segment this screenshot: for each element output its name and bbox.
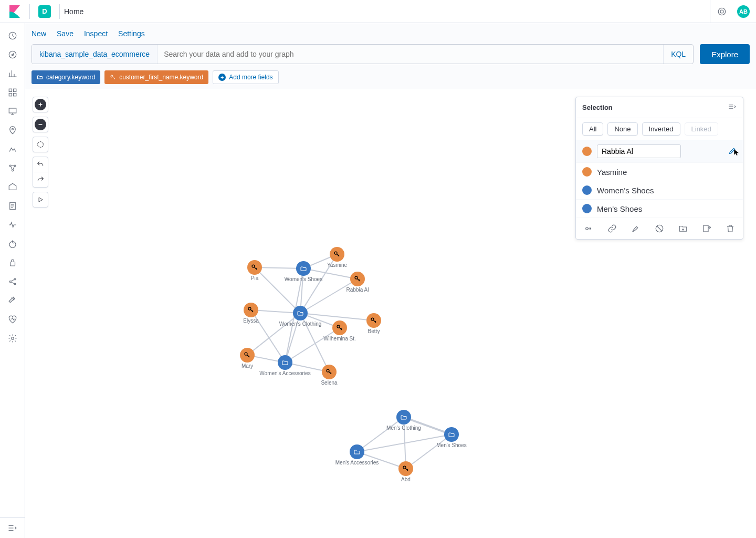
selection-label-input[interactable] [597,144,681,158]
svg-point-9 [12,128,13,130]
space-badge[interactable]: D [38,5,51,18]
graph-edge[interactable] [357,417,404,452]
svg-point-20 [111,75,113,77]
svg-point-12 [12,170,13,171]
collapse-nav-icon[interactable] [0,518,25,538]
apm-icon[interactable] [6,219,19,231]
selection-item[interactable]: Women's Shoes [576,181,743,200]
logs-icon[interactable] [6,200,19,212]
color-swatch-icon [582,185,592,195]
svg-point-25 [396,410,411,425]
graph-edge[interactable] [255,267,300,313]
graph-node[interactable]: Men's Accessories [335,444,379,465]
graph-node[interactable]: Pia [247,260,262,281]
graph-node[interactable]: Selena [321,365,338,386]
color-swatch-icon [582,167,592,177]
menu-inspect[interactable]: Inspect [84,29,108,38]
graph-node[interactable]: Elyssa [243,303,259,324]
graph-node[interactable]: Rabbia Al [346,272,369,293]
field-chip-category[interactable]: category.keyword [32,70,100,84]
search-input[interactable] [158,45,663,64]
maps-icon[interactable] [6,124,19,137]
selection-item-label: Yasmine [597,168,627,177]
graph-node[interactable]: Women's Accessories [259,355,310,376]
menu-save[interactable]: Save [57,29,74,38]
siem-icon[interactable] [6,256,19,269]
user-avatar[interactable]: AB [737,5,750,18]
graph-node[interactable]: Men's Clothing [386,410,421,431]
graph-node[interactable]: Women's Shoes [285,261,322,282]
discover-icon[interactable] [6,48,19,61]
graph-node-label: Pia [251,275,259,281]
collapse-panel-icon[interactable] [728,102,737,112]
query-row: kibana_sample_data_ecommerce KQL Explore [25,44,756,70]
svg-point-24 [278,355,292,370]
kibana-logo-icon[interactable] [8,5,21,18]
style-icon[interactable] [631,223,641,234]
selection-item-label: Men's Shoes [597,204,642,213]
breadcrumb-home[interactable]: Home [64,7,83,16]
selection-actions [576,218,743,239]
svg-point-11 [14,165,16,167]
select-inverted-button[interactable]: Inverted [642,122,680,136]
uptime-icon[interactable] [6,237,19,250]
canvas-icon[interactable] [6,105,19,118]
menu-settings[interactable]: Settings [118,29,145,38]
field-chip-customer-first-name[interactable]: customer_first_name.keyword [104,70,208,84]
index-pattern[interactable]: kibana_sample_data_ecommerce [32,45,158,64]
field-row: category.keyword customer_first_name.key… [25,70,756,89]
selection-item-label: Women's Shoes [597,186,654,195]
graph-node-label: Men's Clothing [386,425,421,431]
graph-node-label: Betty [368,328,380,334]
link-icon[interactable] [607,223,617,234]
expand-icon[interactable] [583,223,594,234]
explore-button[interactable]: Explore [700,44,750,64]
graph-node[interactable]: Abd [398,461,413,482]
graph-node[interactable]: Women's Clothing [279,306,322,327]
select-none-button[interactable]: None [607,122,637,136]
graph-node-label: Wilhemina St. [323,336,356,342]
selection-panel: Selection All None Inverted Linked [575,97,743,240]
add-field-button[interactable]: + Add more fields [213,70,278,84]
graph-icon[interactable] [6,162,19,174]
dashboard-icon[interactable] [6,86,19,99]
graph-node-label: Women's Clothing [279,321,322,327]
ungroup-icon[interactable] [701,223,712,234]
kql-toggle[interactable]: KQL [663,45,693,64]
graph-edge[interactable] [285,328,340,363]
visualize-icon[interactable] [6,67,19,80]
graph-edge[interactable] [300,279,358,313]
ml-icon[interactable] [6,143,19,156]
news-feed-icon[interactable] [710,0,733,23]
selection-item-editing[interactable] [576,140,743,163]
color-swatch-icon [582,147,592,156]
recent-icon[interactable] [6,29,19,42]
divider [29,4,30,19]
monitoring-icon[interactable] [6,313,19,326]
svg-point-0 [718,8,726,15]
management-icon[interactable] [6,332,19,345]
query-bar: kibana_sample_data_ecommerce KQL [32,44,694,64]
graph-edge[interactable] [406,434,452,469]
graph-edge[interactable] [251,310,300,313]
select-all-button[interactable]: All [582,122,603,136]
chip-label: customer_first_name.keyword [119,74,203,81]
dev-tools-icon[interactable] [6,294,19,307]
svg-point-27 [350,444,364,459]
infrastructure-icon[interactable] [6,181,19,193]
trash-icon[interactable] [725,223,736,234]
select-linked-button[interactable]: Linked [685,122,718,136]
graph-node[interactable]: Mary [240,348,255,369]
svg-point-1 [720,10,723,13]
selection-item[interactable]: Yasmine [576,163,743,181]
stack-icon[interactable] [6,275,19,288]
graph-area[interactable]: Women's ShoesWomen's ClothingWomen's Acc… [25,89,756,538]
menu-new[interactable]: New [32,29,46,38]
selection-item[interactable]: Men's Shoes [576,200,743,218]
svg-rect-15 [10,262,15,266]
svg-rect-7 [13,94,16,96]
group-icon[interactable] [678,223,688,234]
graph-node[interactable]: Betty [366,313,381,334]
block-icon[interactable] [654,223,665,234]
edit-icon[interactable] [728,147,737,157]
